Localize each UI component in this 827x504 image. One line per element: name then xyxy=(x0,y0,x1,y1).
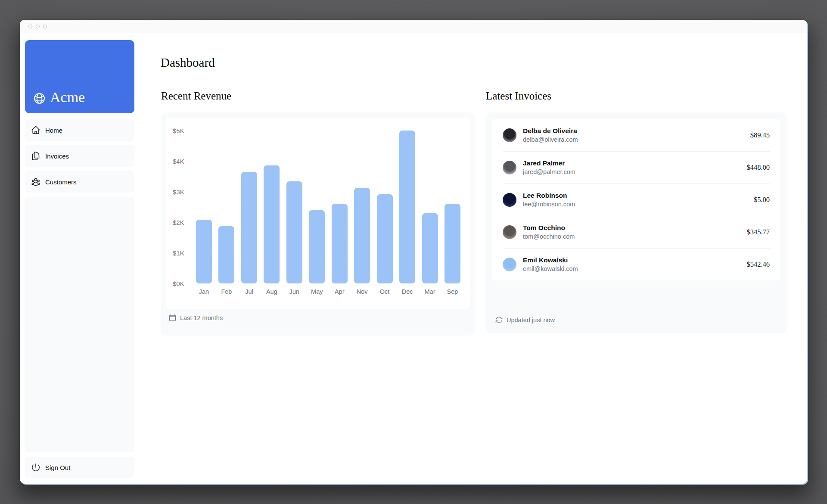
customer-avatar xyxy=(503,258,516,271)
sidebar-item-invoices[interactable]: Invoices xyxy=(25,145,134,167)
chart-bars: JanFebJulAugJunMayAprNovOctDecMarSep xyxy=(195,131,461,283)
chart-y-axis: $5K$4K$3K$2K$1K$0K xyxy=(173,131,193,283)
sign-out-button[interactable]: Sign Out xyxy=(25,457,134,478)
power-icon xyxy=(31,463,40,472)
y-axis-label: $3K xyxy=(173,188,184,196)
x-axis-label: Dec xyxy=(402,288,413,295)
sign-out-label: Sign Out xyxy=(45,464,70,471)
window-minimize-button[interactable] xyxy=(36,25,40,28)
revenue-bar-chart: $5K$4K$3K$2K$1K$0K JanFebJulAugJunMayApr… xyxy=(166,118,470,309)
recent-revenue-heading: Recent Revenue xyxy=(161,90,475,103)
x-axis-label: May xyxy=(311,288,323,295)
invoice-amount: $345.77 xyxy=(746,228,770,236)
invoices-footer-label: Updated just now xyxy=(507,317,555,324)
revenue-bar xyxy=(309,210,325,283)
customer-avatar xyxy=(503,161,516,174)
user-group-icon xyxy=(31,177,40,187)
x-axis-label: Jul xyxy=(245,288,253,295)
revenue-bar xyxy=(241,172,257,283)
sidebar-filler xyxy=(25,197,134,452)
revenue-bar xyxy=(264,165,280,283)
bar-column-feb: Feb xyxy=(218,131,234,283)
chart-footer-label: Last 12 months xyxy=(180,314,223,321)
main-content: Dashboard Recent Revenue $5K$4K$3K$2K$1K… xyxy=(134,33,807,484)
x-axis-label: Nov xyxy=(357,288,368,295)
customer-name: Jared Palmer xyxy=(523,159,575,168)
recent-revenue-section: Recent Revenue $5K$4K$3K$2K$1K$0K JanFeb… xyxy=(161,90,475,336)
x-axis-label: Mar xyxy=(425,288,435,295)
x-axis-label: Apr xyxy=(335,288,345,295)
home-icon xyxy=(31,125,40,135)
bar-column-may: May xyxy=(309,131,325,283)
document-duplicate-icon xyxy=(31,151,40,161)
window-titlebar xyxy=(20,20,807,33)
bar-column-mar: Mar xyxy=(422,131,438,283)
customer-name: Tom Occhino xyxy=(523,223,575,232)
customer-email: emil@kowalski.com xyxy=(523,264,578,274)
y-axis-label: $2K xyxy=(173,219,184,226)
x-axis-label: Jun xyxy=(289,288,299,295)
window-maximize-button[interactable] xyxy=(43,25,47,28)
page-title: Dashboard xyxy=(161,55,787,70)
app-window: Acme Home Invoices xyxy=(20,20,807,484)
revenue-bar xyxy=(354,188,370,283)
calendar-icon xyxy=(168,314,177,322)
invoice-amount: $5.00 xyxy=(754,196,770,204)
bar-column-nov: Nov xyxy=(354,131,370,283)
invoice-amount: $542.46 xyxy=(746,260,770,269)
bar-column-dec: Dec xyxy=(399,131,415,283)
bar-column-sep: Sep xyxy=(445,131,460,283)
invoice-row: Tom Occhinotom@occhino.com$345.77 xyxy=(503,216,770,248)
customer-avatar xyxy=(503,193,516,207)
sidebar-item-label: Invoices xyxy=(45,152,69,160)
customer-email: tom@occhino.com xyxy=(523,232,575,241)
invoice-row: Delba de Oliveiradelba@oliveira.com$89.4… xyxy=(503,119,770,151)
revenue-bar xyxy=(196,220,212,283)
desktop-backdrop: Acme Home Invoices xyxy=(0,0,827,504)
chart-footer: Last 12 months xyxy=(166,314,470,330)
sidebar-item-customers[interactable]: Customers xyxy=(25,171,134,193)
latest-invoices-heading: Latest Invoices xyxy=(486,90,787,103)
bar-column-jun: Jun xyxy=(286,131,302,283)
acme-logo-card[interactable]: Acme xyxy=(25,40,134,113)
bar-column-aug: Aug xyxy=(264,131,280,283)
invoice-list: Delba de Oliveiradelba@oliveira.com$89.4… xyxy=(492,119,780,280)
invoice-row: Jared Palmerjared@palmer.com$448.00 xyxy=(503,151,770,184)
bar-column-jul: Jul xyxy=(241,131,257,283)
revenue-bar xyxy=(422,213,438,283)
customer-avatar xyxy=(503,225,516,239)
bar-column-apr: Apr xyxy=(332,131,348,283)
window-close-button[interactable] xyxy=(28,25,32,28)
y-axis-label: $1K xyxy=(173,249,184,257)
customer-name: Emil Kowalski xyxy=(523,255,578,264)
latest-invoices-card: Delba de Oliveiradelba@oliveira.com$89.4… xyxy=(485,112,787,333)
sidebar-item-home[interactable]: Home xyxy=(25,119,134,141)
revenue-bar xyxy=(377,194,393,283)
invoices-footer: Updated just now xyxy=(492,316,780,327)
invoice-amount: $448.00 xyxy=(746,163,770,172)
x-axis-label: Oct xyxy=(380,288,390,295)
x-axis-label: Feb xyxy=(221,288,232,295)
revenue-bar xyxy=(445,204,460,283)
x-axis-label: Jan xyxy=(199,288,209,295)
y-axis-label: $0K xyxy=(173,280,184,287)
refresh-icon xyxy=(495,316,503,324)
customer-email: jared@palmer.com xyxy=(523,168,575,177)
x-axis-label: Sep xyxy=(447,288,458,295)
latest-invoices-section: Latest Invoices Delba de Oliveiradelba@o… xyxy=(485,90,787,336)
customer-avatar xyxy=(503,128,516,142)
x-axis-label: Aug xyxy=(266,288,277,295)
customer-name: Lee Robinson xyxy=(523,191,575,200)
sidebar-item-label: Customers xyxy=(45,178,77,186)
customer-name: Delba de Oliveira xyxy=(523,126,578,135)
sidebar-item-label: Home xyxy=(45,127,62,134)
y-axis-label: $5K xyxy=(173,127,184,134)
revenue-bar xyxy=(399,131,415,283)
invoice-amount: $89.45 xyxy=(750,131,770,140)
revenue-bar xyxy=(332,204,348,283)
invoice-row: Lee Robinsonlee@robinson.com$5.00 xyxy=(503,184,770,216)
sidebar-nav: Home Invoices Customers xyxy=(25,119,134,478)
revenue-bar xyxy=(286,181,302,283)
globe-icon xyxy=(33,92,46,105)
revenue-bar xyxy=(218,226,234,283)
